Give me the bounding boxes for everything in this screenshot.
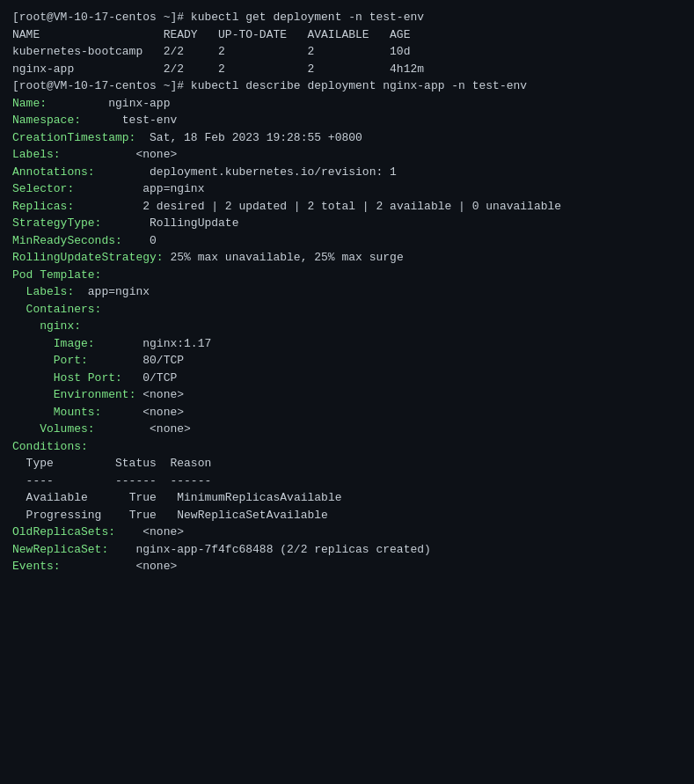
line-creation: CreationTimestamp: Sat, 18 Feb 2023 19:2… [12,129,682,147]
line-minready: MinReadySeconds: 0 [12,232,682,250]
line-events: Events: <none> [12,558,682,575]
line-conditions: Conditions: [12,438,682,456]
line-rolling: RollingUpdateStrategy: 25% max unavailab… [12,249,682,267]
line-strategy: StrategyType: RollingUpdate [12,215,682,232]
line-name: Name: nginx-app [12,95,682,113]
line-cond-progressing: Progressing True NewReplicaSetAvailable [12,507,682,524]
line-new-replicaset: NewReplicaSet: nginx-app-7f4fc68488 (2/2… [12,541,682,559]
line-port: Port: 80/TCP [12,352,682,370]
line-mounts: Mounts: <none> [12,404,682,421]
line-prompt-2: [root@VM-10-17-centos ~]# kubectl descri… [12,77,682,95]
line-cond-sep: ---- ------ ------ [12,473,682,490]
line-replicas: Replicas: 2 desired | 2 updated | 2 tota… [12,198,682,216]
line-prompt-1: [root@VM-10-17-centos ~]# kubectl get de… [12,9,682,26]
line-header-get: NAME READY UP-TO-DATE AVAILABLE AGE [12,26,682,44]
line-pod-template: Pod Template: [12,267,682,284]
line-hostport: Host Port: 0/TCP [12,370,682,387]
line-containers: Containers: [12,301,682,319]
line-selector: Selector: app=nginx [12,180,682,198]
line-nginx-container: nginx: [12,318,682,335]
line-labels: Labels: <none> [12,146,682,164]
line-annotations: Annotations: deployment.kubernetes.io/re… [12,164,682,181]
line-old-replicasets: OldReplicaSets: <none> [12,524,682,541]
line-namespace: Namespace: test-env [12,112,682,129]
line-k8s-bootcamp: kubernetes-bootcamp 2/2 2 2 10d [12,43,682,61]
terminal: [root@VM-10-17-centos ~]# kubectl get de… [12,9,682,575]
line-cond-available: Available True MinimumReplicasAvailable [12,489,682,507]
line-cond-header: Type Status Reason [12,455,682,473]
line-volumes: Volumes: <none> [12,421,682,438]
line-nginx-app-row: nginx-app 2/2 2 2 4h12m [12,61,682,78]
line-env: Environment: <none> [12,386,682,404]
line-pod-labels: Labels: app=nginx [12,283,682,301]
line-image: Image: nginx:1.17 [12,335,682,353]
